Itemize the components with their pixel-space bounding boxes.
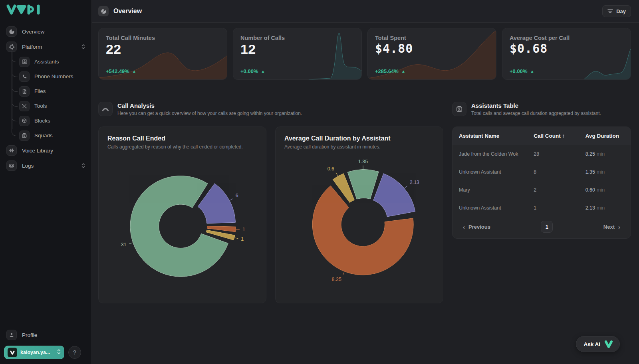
platform-subtree: Assistants Phone Numbers Files bbox=[0, 54, 91, 143]
chart-card-reason-call-ended: Reason Call Ended Calls aggregated by re… bbox=[98, 127, 266, 303]
section-title: Call Analysis bbox=[117, 102, 302, 109]
cube-icon bbox=[19, 116, 30, 126]
assistant-name: Mary bbox=[452, 181, 527, 199]
pie-chart-icon bbox=[6, 26, 17, 37]
date-range-label: Day bbox=[616, 8, 626, 14]
sidebar-item-logs[interactable]: Logs bbox=[0, 158, 91, 173]
vapi-logo-icon bbox=[6, 4, 42, 15]
stat-title: Total Spent bbox=[375, 35, 489, 41]
assistant-icon bbox=[19, 57, 30, 67]
donut-label-leader bbox=[405, 186, 407, 188]
phone-icon bbox=[19, 71, 30, 82]
chevron-updown-icon bbox=[81, 163, 85, 168]
id-card-icon bbox=[452, 102, 466, 116]
donut-label-leader bbox=[336, 173, 337, 176]
next-button[interactable]: Next › bbox=[603, 224, 620, 230]
donut-chart-avg-call-duration: 0.61.352.138.25 bbox=[276, 127, 443, 303]
sidebar-item-profile[interactable]: Profile bbox=[0, 327, 91, 342]
avg-duration: 8.25min bbox=[579, 145, 631, 163]
help-button[interactable]: ? bbox=[68, 346, 81, 359]
sidebar-item-label: Assistants bbox=[34, 59, 59, 65]
profile-icon bbox=[6, 330, 17, 340]
pagination: ‹ Previous 1 Next › bbox=[452, 217, 631, 238]
stat-card-total-spent: Total Spent $4.80 +285.64% ▲ bbox=[367, 28, 496, 80]
pie-chart-icon bbox=[98, 6, 109, 16]
chevron-updown-icon bbox=[57, 349, 61, 356]
sidebar-item-label: Squads bbox=[34, 133, 53, 138]
sidebar-item-label: Phone Numbers bbox=[34, 73, 73, 79]
account-row: kaloyan.ya... ? bbox=[0, 342, 91, 359]
main-area: Overview Day Total Call Minutes 22 +542.… bbox=[92, 0, 639, 364]
chevron-right-icon: › bbox=[618, 224, 620, 230]
stat-change: +0.00% ▲ bbox=[510, 68, 534, 74]
previous-button[interactable]: ‹ Previous bbox=[463, 224, 490, 230]
sidebar-item-label: Tools bbox=[34, 103, 47, 109]
vapi-v-icon bbox=[604, 340, 613, 348]
account-email: kaloyan.ya... bbox=[20, 350, 54, 355]
table-header-row: Assistant Name Call Count ↑ Avg Duration bbox=[452, 127, 631, 145]
stat-change-value: +285.64% bbox=[375, 68, 399, 74]
donut-label-leader bbox=[343, 272, 344, 275]
content: Total Call Minutes 22 +542.49% ▲ Number … bbox=[92, 23, 639, 364]
call-count: 2 bbox=[527, 181, 579, 199]
stat-title: Number of Calls bbox=[240, 35, 354, 41]
donut-label: 31 bbox=[121, 242, 127, 247]
waveform-icon bbox=[6, 145, 17, 156]
stat-card-average-cost-per-call: Average Cost per Call $0.68 +0.00% ▲ bbox=[502, 28, 631, 80]
section-description: Total calls and average call duration ag… bbox=[471, 111, 601, 116]
phone-arc-icon bbox=[98, 102, 113, 116]
column-avg-duration: Avg Duration bbox=[579, 127, 631, 145]
column-assistant-name: Assistant Name bbox=[452, 127, 527, 145]
donut-label-leader bbox=[236, 229, 240, 230]
donut-label: 6 bbox=[236, 193, 238, 198]
stat-value: $0.68 bbox=[510, 42, 623, 55]
section-description: Here you can get a quick overview of how… bbox=[117, 111, 302, 116]
sidebar-item-squads[interactable]: Squads bbox=[0, 128, 91, 143]
avg-duration: 2.13min bbox=[579, 199, 631, 217]
table-row: Unknown Assistant 1 2.13min bbox=[452, 199, 631, 217]
chart-card-avg-call-duration: Average Call Duration by Assistant Avera… bbox=[275, 127, 443, 303]
column-call-count[interactable]: Call Count ↑ bbox=[527, 127, 579, 145]
donut-label: 8.25 bbox=[332, 277, 341, 282]
sidebar-nav: Overview Platform bbox=[0, 20, 91, 173]
assistants-section: Assistants Table Total calls and average… bbox=[452, 102, 631, 239]
sidebar-item-label: Overview bbox=[22, 29, 44, 35]
call-count: 28 bbox=[527, 145, 579, 163]
sidebar-item-label: Profile bbox=[22, 332, 37, 338]
donut-chart-reason-call-ended: 31611 bbox=[99, 127, 266, 303]
donut-slice bbox=[373, 174, 415, 217]
date-range-button[interactable]: Day bbox=[602, 5, 631, 17]
trend-up-icon: ▲ bbox=[132, 69, 136, 73]
charts-row: Reason Call Ended Calls aggregated by re… bbox=[98, 127, 443, 303]
donut-label: 1 bbox=[241, 236, 244, 242]
ask-ai-label: Ask AI bbox=[583, 341, 600, 347]
previous-label: Previous bbox=[468, 224, 490, 230]
call-count: 1 bbox=[527, 199, 579, 217]
logs-icon bbox=[6, 160, 17, 171]
filter-icon bbox=[607, 9, 613, 13]
assistants-table-card: Assistant Name Call Count ↑ Avg Duration… bbox=[452, 127, 631, 239]
section-title: Assistants Table bbox=[471, 102, 601, 109]
donut-label: 2.13 bbox=[410, 180, 419, 185]
stat-change: +0.00% ▲ bbox=[240, 68, 265, 74]
stats-row: Total Call Minutes 22 +542.49% ▲ Number … bbox=[98, 28, 631, 80]
account-switcher[interactable]: kaloyan.ya... bbox=[4, 346, 64, 359]
sidebar-item-voice-library[interactable]: Voice Library bbox=[0, 143, 91, 158]
call-analysis-header: Call Analysis Here you can get a quick o… bbox=[98, 102, 443, 116]
stat-title: Total Call Minutes bbox=[106, 35, 220, 41]
assistants-header: Assistants Table Total calls and average… bbox=[452, 102, 631, 116]
tools-icon bbox=[19, 101, 30, 111]
donut-label: 0.6 bbox=[327, 166, 334, 172]
donut-label: 1.35 bbox=[358, 159, 368, 164]
trend-up-icon: ▲ bbox=[530, 69, 534, 73]
page-number-button[interactable]: 1 bbox=[541, 221, 553, 233]
page-header: Overview Day bbox=[92, 0, 639, 23]
stat-value: 12 bbox=[240, 42, 354, 57]
stat-card-total-call-minutes: Total Call Minutes 22 +542.49% ▲ bbox=[98, 28, 227, 80]
stat-change: +542.49% ▲ bbox=[106, 68, 136, 74]
ask-ai-button[interactable]: Ask AI bbox=[576, 336, 620, 352]
vapi-logo[interactable] bbox=[0, 0, 91, 20]
stat-value: 22 bbox=[106, 42, 220, 57]
stat-change: +285.64% ▲ bbox=[375, 68, 405, 74]
sidebar-item-overview[interactable]: Overview bbox=[0, 24, 91, 39]
